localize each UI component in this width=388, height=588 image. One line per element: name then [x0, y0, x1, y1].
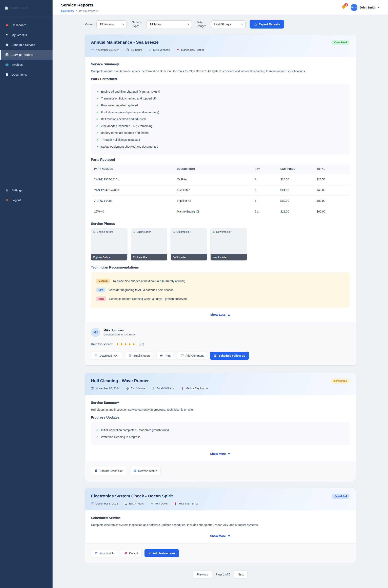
technician-avatar: MJ [91, 328, 100, 337]
service-photo[interactable]: Engine after Engine - After [131, 229, 167, 261]
email-report-button[interactable]: Email Report [125, 352, 153, 360]
table-row: YAN-119305-35151Oil Filter1$28.50$28.50 [91, 174, 350, 185]
wrench-icon [150, 502, 153, 505]
user-menu[interactable]: User John Smith ▼ [351, 4, 380, 11]
toggle-label: Show More [210, 535, 226, 538]
service-photos: Engine before Engine - Before Engine aft… [91, 229, 350, 261]
report-card-footer: MJ Mike Johnson Certified Marine Technic… [85, 322, 356, 365]
sidebar-item-label: My Vessels [12, 33, 27, 37]
sidebar-item-label: Logout [12, 198, 21, 202]
show-less-toggle[interactable]: Show Less ▲ [91, 309, 350, 321]
calendar-icon [95, 552, 97, 555]
add-instructions-button[interactable]: Add Instructions [145, 549, 179, 557]
reschedule-button[interactable]: Reschedule [91, 549, 118, 557]
service-photo[interactable]: Engine before Engine - Before [91, 229, 127, 261]
previous-page-button[interactable]: Previous [193, 571, 212, 578]
report-technician: Mike Johnson [153, 48, 170, 51]
vessel-select[interactable]: All Vessels [97, 20, 127, 28]
sidebar-item-logout[interactable]: Logout [0, 195, 52, 205]
sailboat-icon [5, 33, 9, 37]
list-item: ✓Waterline cleaning in progress [96, 434, 344, 440]
notification-badge: 3 [344, 3, 348, 6]
schedule-follow-up-button[interactable]: Schedule Follow-up [210, 352, 249, 360]
report-actions: Reschedule Cancel Add Instructions [91, 549, 350, 557]
breadcrumb-link-dashboard[interactable]: Dashboard [61, 9, 74, 12]
calendar-icon [91, 48, 94, 51]
report-title: Electronics System Check - Ocean Spirit [91, 494, 198, 498]
show-more-toggle[interactable]: Show More ▼ [91, 448, 350, 460]
document-icon [5, 73, 9, 76]
recommendation-text: Replace zinc anodes at next haul-out (cu… [113, 280, 185, 283]
add-comment-button[interactable]: Add Comment [177, 352, 207, 360]
sidebar-item-service-reports[interactable]: Service Reports [0, 50, 52, 60]
rating-value: (5.0) [139, 343, 144, 346]
sidebar-item-dashboard[interactable]: Dashboard [0, 20, 52, 30]
export-button-label: Export Reports [259, 23, 280, 26]
sidebar-item-documents[interactable]: Documents [0, 70, 52, 79]
photo-alt-text: New impeller [216, 230, 231, 233]
broken-image-icon [93, 230, 96, 233]
show-more-toggle[interactable]: Show More ▼ [91, 530, 350, 542]
timer-icon [124, 502, 127, 505]
status-badge: In Progress [331, 378, 350, 383]
sidebar-nav: Dashboard My Vessels Schedule Service Se… [0, 16, 52, 205]
technician-role: Certified Marine Technician [103, 333, 136, 336]
recommendation-item: High Schedule bottom cleaning within 30 … [96, 294, 344, 303]
recommendation-text: Consider upgrading to AGM batteries next… [109, 288, 174, 292]
progress-updates-list: ✓Initial inspection completed - moderate… [91, 422, 350, 445]
gear-icon [5, 188, 9, 192]
service-type-select[interactable]: All Types [146, 20, 192, 28]
logo-text: HarborSmith [10, 6, 28, 10]
contact-technician-button[interactable]: Contact Technician [91, 467, 127, 475]
chevron-down-icon [241, 23, 243, 26]
vessel-filter-label: Vessel: [85, 23, 94, 26]
photo-caption: Engine - After [131, 254, 167, 260]
technician-name: Mike Johnson [103, 329, 136, 332]
photo-alt-text: Engine after [137, 230, 151, 233]
sidebar-item-my-vessels[interactable]: My Vessels [0, 30, 52, 40]
cancel-button[interactable]: Cancel [121, 549, 142, 557]
photo-caption: Engine - Before [91, 254, 127, 260]
sidebar-item-settings[interactable]: Settings [0, 185, 52, 195]
report-date: November 10, 2024 [96, 48, 120, 51]
status-badge: Completed [331, 40, 350, 45]
report-meta: December 5, 2024 Est. 4 hours Tom Davis … [91, 502, 198, 505]
toggle-label: Show Less [210, 313, 225, 316]
section-heading-service-summary: Service Summary [91, 62, 350, 66]
phone-icon [95, 469, 97, 472]
timer-icon [126, 48, 129, 51]
breadcrumb-current: Service Reports [78, 9, 98, 12]
export-reports-button[interactable]: Export Reports [250, 20, 284, 28]
refresh-status-button[interactable]: Refresh Status [130, 467, 161, 475]
recommendation-text: Schedule bottom cleaning within 30 days … [109, 297, 187, 301]
print-button[interactable]: Print [156, 352, 174, 360]
report-actions: Contact Technician Refresh Status [91, 467, 350, 475]
pagination: Previous Page 1 of 5 Next [85, 571, 356, 578]
vessel-select-value: All Vessels [99, 23, 114, 26]
status-badge: Scheduled [332, 494, 350, 499]
service-type-select-value: All Types [149, 23, 162, 26]
list-item: ✓Safety equipment checked and documented [96, 143, 344, 150]
sidebar-item-invoices[interactable]: Invoices [0, 60, 52, 70]
broken-image-icon [133, 230, 136, 233]
table-row: 15W-40Marine Engine Oil5 qt$12.00$60.00 [91, 206, 350, 217]
notifications-button[interactable]: 3 [341, 5, 346, 10]
download-pdf-button[interactable]: Download PDF [91, 352, 122, 360]
next-page-button[interactable]: Next [234, 571, 248, 578]
check-icon: ✓ [96, 145, 99, 148]
sidebar: HarborSmith Dashboard My Vessels Schedul… [0, 0, 52, 588]
service-photo[interactable]: Old impeller Old Impeller [170, 229, 207, 261]
rate-label: Rate this service: [91, 343, 113, 346]
check-icon: ✓ [96, 131, 99, 134]
date-range-select[interactable]: Last 30 days [211, 20, 245, 28]
star-rating[interactable]: ★★★★★ [116, 342, 136, 346]
pin-icon [176, 48, 179, 51]
report-card-hull-cleaning: Hull Cleaning - Wave Runner November 20,… [85, 373, 356, 481]
filter-bar: Vessel: All Vessels Service Type: All Ty… [85, 20, 356, 28]
report-card-header: Annual Maintenance - Sea Breeze November… [85, 35, 356, 57]
calendar-icon [5, 43, 9, 47]
sidebar-item-schedule-service[interactable]: Schedule Service [0, 40, 52, 50]
service-photo[interactable]: New impeller New Impeller [210, 229, 247, 261]
check-icon: ✓ [96, 104, 99, 107]
pdf-icon [95, 354, 97, 357]
